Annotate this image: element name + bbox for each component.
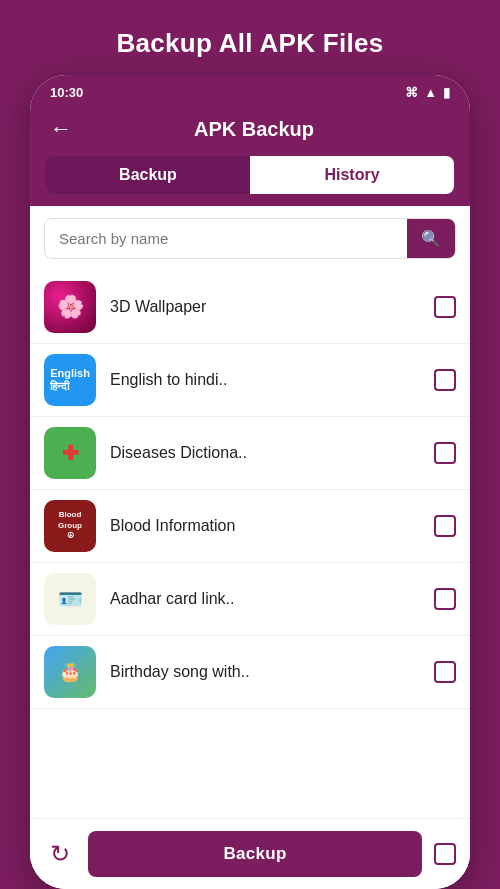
select-all-checkbox[interactable]: [434, 843, 456, 865]
list-item: 🎂 Birthday song with..: [30, 636, 470, 709]
tab-history[interactable]: History: [250, 156, 454, 194]
search-icon: 🔍: [421, 229, 441, 248]
app-name-aadhar-card: Aadhar card link..: [110, 590, 420, 608]
app-bar: ← APK Backup: [30, 106, 470, 156]
app-icon-diseases-dict: ✚: [44, 427, 96, 479]
app-name-3d-wallpaper: 3D Wallpaper: [110, 298, 420, 316]
list-item: ✚ Diseases Dictiona..: [30, 417, 470, 490]
wifi-icon: ⌘: [405, 85, 418, 100]
list-item: Englishहिन्दी English to hindi..: [30, 344, 470, 417]
search-input[interactable]: [45, 220, 407, 257]
checkbox-birthday-song[interactable]: [434, 661, 456, 683]
status-bar: 10:30 ⌘ ▲ ▮: [30, 75, 470, 106]
tab-backup[interactable]: Backup: [46, 156, 250, 194]
app-icon-3d-wallpaper: 🌸: [44, 281, 96, 333]
back-button[interactable]: ←: [50, 116, 72, 142]
bottom-bar: ↻ Backup: [30, 818, 470, 889]
battery-icon: ▮: [443, 85, 450, 100]
checkbox-blood-info[interactable]: [434, 515, 456, 537]
list-item: BloodGroup☮ Blood Information: [30, 490, 470, 563]
checkbox-aadhar-card[interactable]: [434, 588, 456, 610]
app-name-diseases-dict: Diseases Dictiona..: [110, 444, 420, 462]
app-bar-title: APK Backup: [88, 118, 450, 141]
app-icon-blood-info: BloodGroup☮: [44, 500, 96, 552]
content-area: 🔍 🌸 3D Wallpaper Englishहिन्दी English t…: [30, 206, 470, 889]
backup-button[interactable]: Backup: [88, 831, 422, 877]
app-icon-birthday-song: 🎂: [44, 646, 96, 698]
search-bar: 🔍: [44, 218, 456, 259]
app-icon-english-hindi: Englishहिन्दी: [44, 354, 96, 406]
app-icon-aadhar-card: 🪪: [44, 573, 96, 625]
tab-bar: Backup History: [30, 156, 470, 206]
app-list: 🌸 3D Wallpaper Englishहिन्दी English to …: [30, 271, 470, 818]
page-title: Backup All APK Files: [96, 0, 403, 75]
app-name-blood-info: Blood Information: [110, 517, 420, 535]
app-name-english-hindi: English to hindi..: [110, 371, 420, 389]
list-item: 🌸 3D Wallpaper: [30, 271, 470, 344]
phone-frame: 10:30 ⌘ ▲ ▮ ← APK Backup Backup History …: [30, 75, 470, 889]
status-icons: ⌘ ▲ ▮: [405, 85, 450, 100]
list-item: 🪪 Aadhar card link..: [30, 563, 470, 636]
checkbox-3d-wallpaper[interactable]: [434, 296, 456, 318]
search-button[interactable]: 🔍: [407, 219, 455, 258]
checkbox-english-hindi[interactable]: [434, 369, 456, 391]
refresh-icon[interactable]: ↻: [44, 838, 76, 870]
app-name-birthday-song: Birthday song with..: [110, 663, 420, 681]
status-time: 10:30: [50, 85, 83, 100]
signal-icon: ▲: [424, 85, 437, 100]
checkbox-diseases-dict[interactable]: [434, 442, 456, 464]
